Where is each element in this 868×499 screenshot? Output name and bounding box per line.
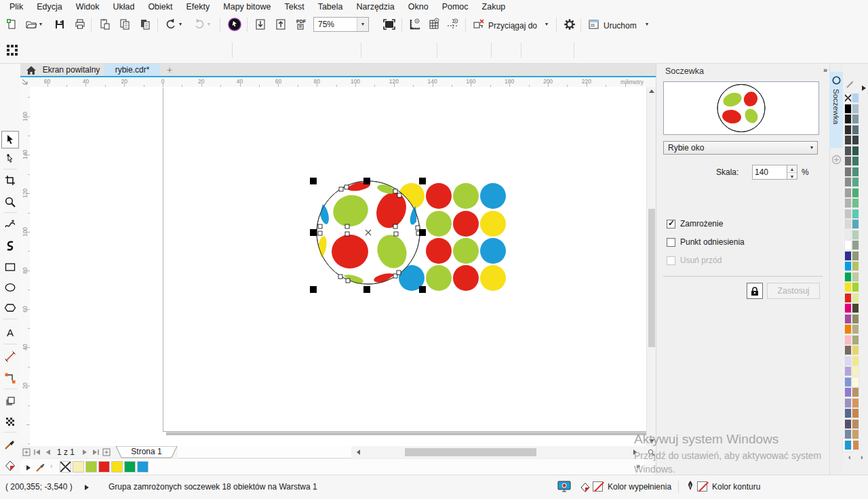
- docpal-scroll-left[interactable]: ‹: [50, 462, 53, 470]
- menu-item-tabela[interactable]: Tabela: [311, 1, 350, 13]
- scroll-left-arrow[interactable]: [357, 450, 360, 455]
- palette-swatch[interactable]: [844, 167, 852, 177]
- menu-item-widok[interactable]: Widok: [69, 1, 106, 13]
- palette-swatch[interactable]: [852, 209, 859, 219]
- add-page-after-button[interactable]: [102, 447, 111, 457]
- scroll-up-arrow[interactable]: [649, 89, 654, 93]
- palette-swatch[interactable]: [852, 230, 859, 240]
- palette-swatch[interactable]: [844, 209, 852, 219]
- vertical-scrollbar[interactable]: [646, 87, 656, 446]
- docpal-flyout-icon[interactable]: [26, 464, 31, 473]
- palette-swatch[interactable]: [844, 377, 852, 387]
- palette-swatch[interactable]: [844, 440, 852, 450]
- tool-zoom[interactable]: [1, 193, 19, 211]
- snap-toggle-icon[interactable]: [471, 16, 487, 33]
- doc-palette-swatch[interactable]: [111, 461, 123, 473]
- open-dropdown[interactable]: ▾: [37, 16, 45, 33]
- palette-swatch[interactable]: [844, 419, 852, 429]
- full-screen-preview-button[interactable]: [381, 16, 397, 33]
- tool-dimension[interactable]: [1, 348, 19, 365]
- add-docker-icon[interactable]: [831, 155, 842, 167]
- palette-swatch[interactable]: [852, 419, 859, 429]
- publish-pdf-button[interactable]: PDF: [293, 16, 309, 33]
- palette-scroll-down[interactable]: ›: [861, 453, 863, 461]
- lens-node-handle[interactable]: [393, 224, 397, 228]
- palette-swatch[interactable]: [844, 125, 852, 135]
- export-button[interactable]: [273, 16, 289, 33]
- scroll-right-arrow[interactable]: [633, 450, 637, 455]
- tool-transparency[interactable]: [1, 413, 19, 431]
- tool-shape[interactable]: [1, 150, 19, 167]
- grid-circle-red[interactable]: [426, 238, 452, 264]
- zoom-to-page-button[interactable]: [646, 446, 656, 458]
- palette-swatch[interactable]: [852, 356, 859, 366]
- palette-swatch[interactable]: [844, 146, 852, 156]
- grid-circle-yellow[interactable]: [480, 265, 506, 291]
- grid-circle-red[interactable]: [426, 183, 452, 209]
- viewpoint-checkbox[interactable]: [667, 238, 675, 247]
- zoom-level-combo[interactable]: 75% ▾: [313, 17, 369, 32]
- menu-item-plik[interactable]: Plik: [3, 1, 30, 13]
- lens-node-handle[interactable]: [344, 185, 349, 189]
- selection-handle[interactable]: [419, 286, 426, 293]
- menu-item-edycja[interactable]: Edycja: [30, 1, 69, 13]
- checkbox-row-remove-face[interactable]: Usuń przód: [667, 256, 722, 265]
- palette-swatch[interactable]: [852, 345, 859, 355]
- grid-circle-green[interactable]: [426, 211, 452, 237]
- palette-swatch[interactable]: [852, 398, 859, 408]
- last-page-button[interactable]: [91, 447, 100, 457]
- outline-color-none-swatch[interactable]: [697, 481, 707, 492]
- run-label[interactable]: Uruchom: [604, 21, 637, 31]
- doc-palette-swatch[interactable]: [124, 461, 136, 473]
- grid-circle-green[interactable]: [453, 238, 479, 264]
- palette-swatch[interactable]: [852, 261, 859, 271]
- palette-swatch[interactable]: [852, 293, 859, 303]
- grid-circle-blue[interactable]: [480, 238, 506, 264]
- tool-text[interactable]: A: [1, 323, 19, 341]
- palette-swatch[interactable]: [844, 104, 852, 114]
- doc-palette-swatch[interactable]: [98, 461, 110, 473]
- scale-value-field[interactable]: 140: [752, 165, 787, 180]
- show-grid-button[interactable]: [426, 16, 442, 33]
- scale-spinner[interactable]: ▲ ▼: [787, 165, 797, 180]
- palette-swatch[interactable]: [852, 146, 859, 156]
- outline-pen-status-icon[interactable]: [686, 480, 694, 496]
- palette-swatch-none[interactable]: [844, 93, 852, 103]
- palette-scroll-up[interactable]: ‹: [848, 453, 851, 461]
- corel-launcher-icon[interactable]: [226, 16, 243, 33]
- palette-swatch[interactable]: [844, 135, 852, 145]
- next-page-button[interactable]: [80, 447, 90, 457]
- tool-color-eyedropper[interactable]: [1, 435, 19, 453]
- lens-node-handle[interactable]: [318, 231, 322, 235]
- palette-swatch[interactable]: [844, 429, 852, 439]
- palette-swatch[interactable]: [844, 408, 852, 418]
- palette-swatch[interactable]: [852, 272, 859, 282]
- snap-to-dropdown[interactable]: ▾: [542, 16, 551, 33]
- grid-circle-yellow[interactable]: [480, 211, 506, 237]
- lens-type-dropdown[interactable]: Rybie oko ▾: [663, 141, 818, 155]
- palette-swatch[interactable]: [852, 198, 859, 208]
- palette-swatch[interactable]: [844, 398, 852, 408]
- run-dropdown[interactable]: ▾: [643, 16, 651, 33]
- palette-swatch[interactable]: [852, 408, 859, 418]
- menu-item-mapy-bitowe[interactable]: Mapy bitowe: [216, 1, 277, 13]
- grid-circle-green[interactable]: [426, 265, 452, 291]
- palette-swatch[interactable]: [852, 125, 859, 135]
- tab-welcome-screen[interactable]: Ekran powitalny: [39, 64, 103, 76]
- palette-swatch[interactable]: [852, 251, 859, 261]
- zoom-level-dropdown[interactable]: ▾: [357, 18, 368, 31]
- doc-palette-swatch-none[interactable]: [60, 461, 71, 473]
- menu-item-pomoc[interactable]: Pomoc: [435, 1, 475, 13]
- copy-button[interactable]: [117, 16, 133, 33]
- selection-handle[interactable]: [310, 286, 317, 293]
- palette-swatch[interactable]: [852, 366, 859, 376]
- palette-swatch[interactable]: [844, 387, 852, 397]
- scroll-down-arrow[interactable]: [649, 439, 654, 443]
- spinner-up-arrow[interactable]: ▲: [787, 165, 797, 172]
- palette-eyedropper-icon[interactable]: [846, 79, 856, 91]
- selection-handle[interactable]: [363, 286, 370, 293]
- paste-button[interactable]: [137, 16, 153, 33]
- palette-swatch[interactable]: [852, 429, 859, 439]
- previous-page-button[interactable]: [43, 447, 53, 457]
- lens-node-handle[interactable]: [393, 189, 397, 193]
